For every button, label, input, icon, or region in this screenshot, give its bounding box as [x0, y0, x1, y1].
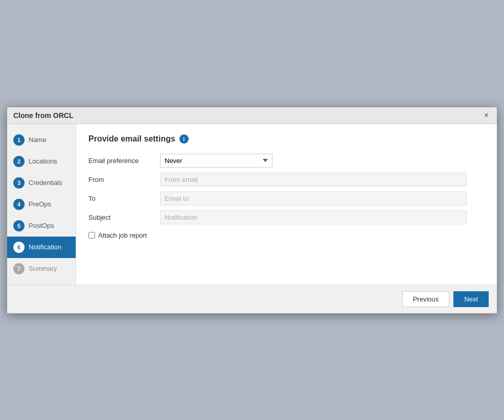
- main-content: Provide email settings i Email preferenc…: [76, 124, 497, 285]
- previous-button[interactable]: Previous: [402, 291, 450, 307]
- info-icon[interactable]: i: [179, 134, 189, 144]
- to-row: To: [88, 192, 485, 205]
- section-header: Provide email settings i: [88, 134, 485, 144]
- dialog-footer: Previous Next: [7, 285, 497, 313]
- subject-label: Subject: [88, 214, 160, 221]
- close-button[interactable]: ×: [482, 111, 491, 120]
- subject-control: [160, 211, 467, 224]
- step-label-5: PostOps: [29, 222, 54, 229]
- step-label-1: Name: [29, 136, 47, 144]
- email-preference-select[interactable]: Never Always On Failure On Success: [160, 154, 272, 168]
- from-row: From: [88, 173, 485, 186]
- to-control: [160, 192, 467, 205]
- sidebar-item-notification[interactable]: 6 Notification: [7, 237, 76, 258]
- sidebar-item-credentials[interactable]: 3 Credentials: [7, 172, 76, 194]
- sidebar-item-preops[interactable]: 4 PreOps: [7, 194, 76, 215]
- attach-job-report-row: Attach job report: [88, 231, 485, 239]
- step-circle-4: 4: [13, 199, 25, 210]
- sidebar-item-locations[interactable]: 2 Locations: [7, 151, 76, 172]
- from-label: From: [88, 176, 160, 183]
- to-label: To: [88, 195, 160, 202]
- attach-job-report-checkbox[interactable]: [88, 232, 95, 239]
- sidebar-item-name[interactable]: 1 Name: [7, 129, 76, 151]
- from-input[interactable]: [160, 173, 467, 186]
- subject-input[interactable]: [160, 211, 467, 224]
- dialog-body: 1 Name 2 Locations 3 Credentials 4 PreOp…: [7, 124, 497, 285]
- step-circle-7: 7: [13, 263, 25, 274]
- step-circle-6: 6: [13, 242, 25, 253]
- step-label-7: Summary: [29, 265, 57, 272]
- dialog-title: Clone from ORCL: [13, 111, 73, 120]
- step-circle-1: 1: [13, 134, 25, 146]
- step-label-6: Notification: [29, 243, 61, 251]
- sidebar-item-postops[interactable]: 5 PostOps: [7, 215, 76, 237]
- section-title-text: Provide email settings: [88, 134, 175, 144]
- step-circle-5: 5: [13, 220, 25, 231]
- dialog-titlebar: Clone from ORCL ×: [7, 107, 497, 124]
- sidebar-item-summary[interactable]: 7 Summary: [7, 258, 76, 279]
- next-button[interactable]: Next: [453, 291, 489, 307]
- sidebar: 1 Name 2 Locations 3 Credentials 4 PreOp…: [7, 124, 76, 285]
- attach-job-report-label[interactable]: Attach job report: [98, 231, 147, 239]
- step-label-2: Locations: [29, 157, 57, 165]
- step-label-3: Credentials: [29, 179, 62, 186]
- email-preference-row: Email preference Never Always On Failure…: [88, 154, 485, 168]
- clone-dialog: Clone from ORCL × 1 Name 2 Locations 3 C…: [7, 107, 497, 314]
- from-control: [160, 173, 467, 186]
- email-preference-control: Never Always On Failure On Success: [160, 154, 467, 168]
- step-label-4: PreOps: [29, 200, 51, 208]
- step-circle-2: 2: [13, 156, 25, 167]
- step-circle-3: 3: [13, 177, 25, 189]
- subject-row: Subject: [88, 211, 485, 224]
- email-preference-label: Email preference: [88, 157, 160, 165]
- to-input[interactable]: [160, 192, 467, 205]
